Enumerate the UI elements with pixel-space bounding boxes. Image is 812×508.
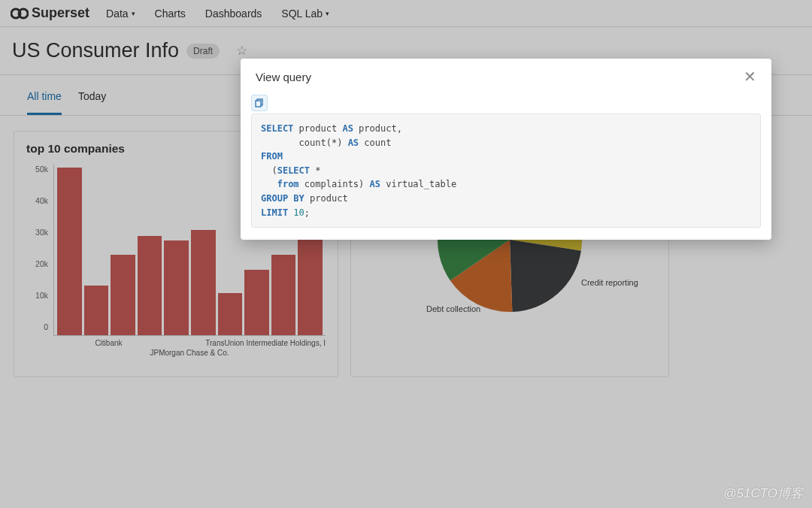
modal-title: View query bbox=[256, 71, 311, 83]
copy-icon bbox=[255, 98, 264, 107]
close-icon[interactable]: ✕ bbox=[744, 69, 756, 84]
watermark: @51CTO博客 bbox=[723, 485, 803, 502]
svg-rect-3 bbox=[256, 101, 261, 107]
copy-query-button[interactable] bbox=[251, 95, 268, 111]
view-query-modal: View query ✕ SELECT product AS product, … bbox=[241, 59, 771, 240]
sql-code-block: SELECT product AS product, count(*) AS c… bbox=[251, 113, 761, 228]
